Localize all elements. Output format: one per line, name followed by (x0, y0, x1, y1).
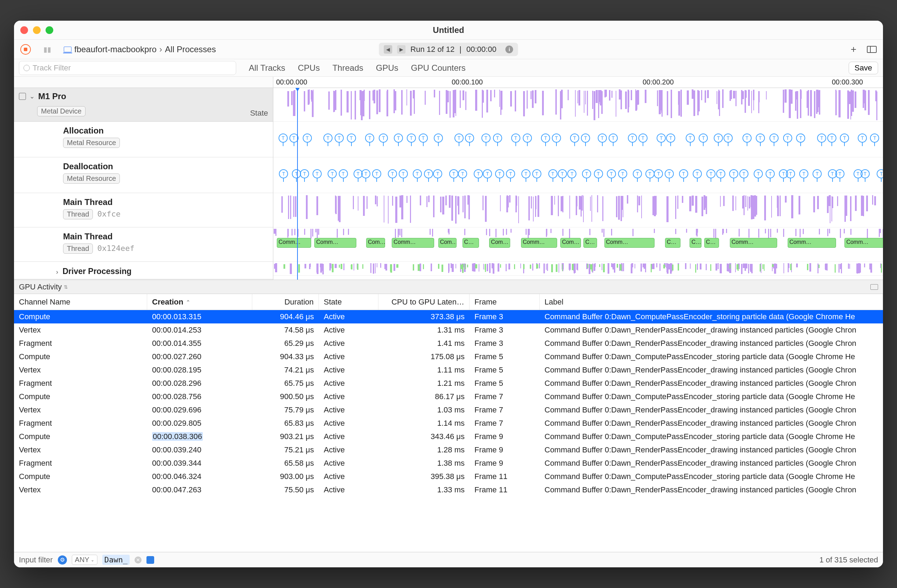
chevron-right-icon: › (56, 268, 58, 276)
table-row[interactable]: Fragment00:00.028.29665.75 μsActive1.21 … (14, 377, 883, 390)
filter-scope-dropdown[interactable]: ANY⌄ (72, 555, 97, 565)
table-header: Channel Name Creation⌃ Duration State CP… (14, 294, 883, 310)
track-deallocation[interactable]: Deallocation Metal Resource (14, 157, 273, 193)
activity-table: Channel Name Creation⌃ Duration State CP… (14, 294, 883, 552)
th-duration[interactable]: Duration (252, 294, 319, 310)
tab-all-tracks[interactable]: All Tracks (249, 63, 285, 73)
timeline-area: 00:00.000 00:00.100 00:00.200 00:00.300 … (14, 77, 883, 280)
tab-gpus[interactable]: GPUs (376, 63, 398, 73)
table-row[interactable]: Compute00:00.046.324903.00 μsActive395.3… (14, 470, 883, 483)
app-window: Untitled ▮▮ fbeaufort-macbookpro › All P… (14, 21, 883, 567)
filter-chip-icon[interactable]: ⚙ (58, 556, 67, 565)
track-allocation[interactable]: Allocation Metal Resource (14, 122, 273, 157)
filter-text[interactable]: Dawn_ (102, 555, 130, 565)
pause-button[interactable]: ▮▮ (43, 45, 51, 54)
run-label: Run 12 of 12 (410, 45, 455, 54)
device-name: M1 Pro (38, 92, 66, 101)
ruler-tick: 00:00.300 (830, 78, 863, 86)
sort-arrows-icon: ⇅ (64, 284, 68, 290)
close-window-button[interactable] (20, 26, 28, 34)
table-row[interactable]: Compute00:00.038.306903.21 μsActive343.4… (14, 430, 883, 443)
laptop-icon (64, 47, 72, 52)
tab-gpu-counters[interactable]: GPU Counters (411, 63, 466, 73)
table-row[interactable]: Fragment00:00.039.34465.58 μsActive1.38 … (14, 456, 883, 470)
chevron-down-icon: ⌄ (29, 92, 35, 100)
ruler-tick: 00:00.100 (450, 78, 483, 86)
ruler-tick: 00:00.200 (641, 78, 674, 86)
info-icon[interactable]: i (506, 46, 513, 53)
window-title: Untitled (433, 25, 464, 35)
run-time: 00:00:00 (466, 45, 496, 54)
layout-toggle-button[interactable] (867, 46, 877, 53)
table-row[interactable]: Vertex00:00.039.24075.21 μsActive1.28 ms… (14, 443, 883, 456)
table-body: Compute00:00.013.315904.46 μsActive373.3… (14, 310, 883, 552)
table-row[interactable]: Compute00:00.028.756900.50 μsActive86.17… (14, 390, 883, 403)
table-row[interactable]: Fragment00:00.029.80565.83 μsActive1.14 … (14, 416, 883, 430)
filter-icon (23, 65, 30, 71)
ruler-tick: 00:00.000 (275, 78, 307, 86)
th-channel[interactable]: Channel Name (14, 294, 147, 310)
track-filter-field[interactable] (19, 61, 236, 75)
timeline-ruler[interactable]: 00:00.000 00:00.100 00:00.200 00:00.300 (14, 77, 883, 88)
th-creation[interactable]: Creation⌃ (147, 294, 252, 310)
traffic-lights (20, 26, 53, 34)
zoom-window-button[interactable] (46, 26, 53, 34)
chip-icon (19, 93, 26, 100)
th-label[interactable]: Label (540, 294, 883, 310)
table-row[interactable]: Compute00:00.027.260904.33 μsActive175.0… (14, 350, 883, 363)
track-filter-input[interactable] (32, 63, 232, 72)
th-frame[interactable]: Frame (470, 294, 540, 310)
section-header[interactable]: GPU Activity ⇅ (14, 280, 883, 294)
table-row[interactable]: Vertex00:00.047.26375.50 μsActive1.33 ms… (14, 483, 883, 496)
record-button[interactable] (20, 44, 31, 55)
minimize-window-button[interactable] (33, 26, 41, 34)
filter-mode-toggle[interactable] (147, 556, 154, 564)
tab-threads[interactable]: Threads (332, 63, 363, 73)
track-main-thread-2[interactable]: Main Thread Thread 0x124eef (14, 227, 273, 262)
add-button[interactable]: + (851, 44, 856, 55)
breadcrumb-separator: › (159, 44, 162, 54)
input-filter-bar: Input filter ⚙ ANY⌄ Dawn_ ✕ 1 of 315 sel… (14, 552, 883, 567)
table-row[interactable]: Fragment00:00.014.35565.29 μsActive1.41 … (14, 337, 883, 350)
sort-asc-icon: ⌃ (186, 299, 190, 305)
playhead[interactable] (297, 88, 298, 280)
clear-filter-button[interactable]: ✕ (135, 556, 142, 564)
detail-toggle-icon[interactable] (870, 284, 878, 290)
filter-toolbar: All Tracks CPUs Threads GPUs GPU Counter… (14, 59, 883, 77)
timeline-content[interactable]: TTTTTTTTTTTTTTTTTTTTTTTTTTTTTTTTTTTTTTTT… (273, 88, 883, 280)
save-button[interactable]: Save (849, 62, 878, 74)
breadcrumb[interactable]: fbeaufort-macbookpro › All Processes (64, 44, 216, 54)
track-main-thread-1[interactable]: Main Thread Thread 0xfce (14, 193, 273, 227)
table-row[interactable]: Vertex00:00.014.25374.58 μsActive1.31 ms… (14, 323, 883, 337)
table-row[interactable]: Vertex00:00.028.19574.21 μsActive1.11 ms… (14, 363, 883, 377)
breadcrumb-process: All Processes (165, 44, 216, 54)
run-next-button[interactable]: ▶ (397, 45, 406, 54)
tracks-sidebar: ⌄ M1 Pro Metal Device State Allocation M… (14, 88, 273, 280)
table-row[interactable]: Compute00:00.013.315904.46 μsActive373.3… (14, 310, 883, 323)
run-prev-button[interactable]: ◀ (384, 45, 392, 54)
device-badge: Metal Device (37, 106, 86, 116)
state-label: State (250, 109, 268, 118)
breadcrumb-host: fbeaufort-macbookpro (74, 44, 157, 54)
section-title: GPU Activity (19, 282, 62, 291)
device-header[interactable]: ⌄ M1 Pro Metal Device State (14, 88, 273, 122)
main-toolbar: ▮▮ fbeaufort-macbookpro › All Processes … (14, 40, 883, 59)
table-row[interactable]: Vertex00:00.029.69675.79 μsActive1.03 ms… (14, 403, 883, 416)
th-state[interactable]: State (319, 294, 378, 310)
tab-cpus[interactable]: CPUs (298, 63, 320, 73)
filter-status: 1 of 315 selected (819, 556, 878, 565)
run-selector: ◀ ▶ Run 12 of 12 | 00:00:00 i (379, 43, 518, 56)
track-driver-processing[interactable]: › Driver Processing (14, 262, 273, 279)
titlebar: Untitled (14, 21, 883, 40)
th-latency[interactable]: CPU to GPU Laten… (378, 294, 470, 310)
input-filter-label: Input filter (19, 556, 53, 565)
